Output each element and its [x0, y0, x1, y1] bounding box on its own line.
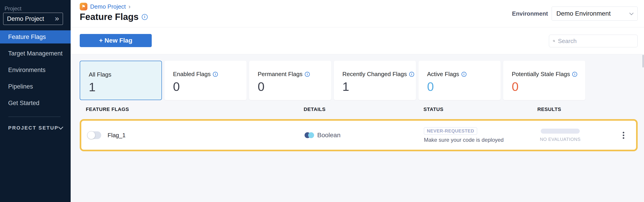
info-icon[interactable] — [462, 72, 466, 77]
project-selector[interactable]: Demo Project — [3, 13, 63, 25]
environment-select-value: Demo Environment — [556, 10, 630, 17]
sidebar-item-label: Pipelines — [8, 83, 33, 90]
project-setup-label: PROJECT SETUP — [8, 125, 58, 131]
chevron-down-icon — [58, 124, 64, 130]
search-box[interactable] — [549, 35, 638, 47]
table-row[interactable]: Flag_1 Boolean NEVER-REQUESTED Make sure… — [80, 119, 638, 151]
page-header: Demo Project Feature Flags Environment D… — [71, 0, 644, 28]
status-badge: NEVER-REQUESTED — [424, 127, 477, 135]
app-window: Project Demo Project Feature Flags Targe… — [0, 0, 644, 202]
row-options-menu-icon[interactable] — [621, 130, 626, 140]
metric-value: 0 — [427, 80, 501, 94]
metric-card-potentially-stale-flags[interactable]: Potentially Stale Flags 0 — [503, 61, 585, 100]
column-header-status: STATUS — [424, 106, 443, 112]
metric-value: 1 — [342, 80, 416, 94]
sidebar-item-environments[interactable]: Environments — [0, 64, 71, 76]
sidebar-item-label: Target Management — [8, 50, 62, 57]
page-title-row: Feature Flags — [80, 12, 148, 22]
table-header-row: FEATURE FLAGS DETAILS STATUS RESULTS — [80, 106, 638, 113]
page-title: Feature Flags — [80, 12, 138, 22]
sidebar-item-label: Feature Flags — [8, 34, 46, 40]
scrollbar-thumb[interactable] — [642, 55, 644, 68]
toggle-knob — [87, 131, 95, 139]
metric-value: 0 — [258, 80, 331, 94]
project-selector-value: Demo Project — [7, 16, 55, 22]
metric-cards: All Flags 1 Enabled Flags 0 Permanent Fl… — [80, 61, 585, 100]
sidebar-item-target-management[interactable]: Target Management — [0, 47, 71, 60]
info-icon[interactable] — [142, 14, 148, 20]
flag-type-label: Boolean — [317, 132, 340, 139]
evaluations-text: NO EVALUATIONS — [540, 137, 580, 142]
sidebar-item-label: Environments — [8, 66, 46, 74]
metric-label: Recently Changed Flags — [342, 71, 407, 78]
sidebar-item-label: Get Started — [8, 100, 40, 107]
sidebar-item-pipelines[interactable]: Pipelines — [0, 80, 71, 93]
info-icon[interactable] — [409, 72, 414, 77]
environment-label: Environment — [512, 10, 548, 17]
metric-label: All Flags — [89, 71, 112, 78]
boolean-type-icon — [304, 132, 314, 138]
environment-picker-area: Environment Demo Environment — [512, 6, 638, 20]
metric-value: 0 — [173, 80, 246, 94]
metric-value: 1 — [89, 80, 162, 94]
info-icon[interactable] — [305, 72, 310, 77]
metric-card-enabled-flags[interactable]: Enabled Flags 0 — [164, 61, 246, 100]
metric-card-recently-changed-flags[interactable]: Recently Changed Flags 1 — [334, 61, 416, 100]
status-message: Make sure your code is deployed — [424, 137, 504, 143]
main-content: All Flags 1 Enabled Flags 0 Permanent Fl… — [71, 54, 644, 202]
sidebar: Project Demo Project Feature Flags Targe… — [0, 0, 71, 202]
environment-select[interactable]: Demo Environment — [552, 6, 638, 20]
column-header-results: RESULTS — [537, 106, 561, 112]
column-header-details: DETAILS — [304, 106, 326, 112]
evaluations-bar — [541, 129, 580, 134]
flag-name[interactable]: Flag_1 — [108, 121, 126, 150]
info-icon[interactable] — [213, 72, 218, 77]
chevron-right-icon — [128, 3, 131, 10]
toolbar: + New Flag — [71, 28, 644, 54]
metric-label: Enabled Flags — [173, 71, 210, 78]
sidebar-item-feature-flags[interactable]: Feature Flags — [0, 30, 71, 44]
info-icon[interactable] — [572, 72, 577, 77]
new-flag-button[interactable]: + New Flag — [80, 34, 152, 47]
metric-label: Active Flags — [427, 71, 459, 78]
metric-card-all-flags[interactable]: All Flags 1 — [80, 61, 162, 100]
sidebar-item-get-started[interactable]: Get Started — [0, 96, 71, 110]
double-chevron-icon[interactable] — [55, 14, 59, 22]
flag-results-cell: NO EVALUATIONS — [539, 121, 582, 150]
search-icon — [553, 38, 555, 44]
search-input[interactable] — [558, 38, 634, 44]
metric-card-active-flags[interactable]: Active Flags 0 — [418, 61, 501, 100]
project-setup-section[interactable]: PROJECT SETUP — [8, 125, 62, 131]
flag-status-cell: NEVER-REQUESTED Make sure your code is d… — [424, 121, 504, 150]
project-label: Project — [4, 6, 22, 12]
feature-flags-logo-icon — [80, 3, 88, 10]
flag-details-cell: Boolean — [304, 121, 340, 150]
metric-value: 0 — [512, 80, 585, 94]
metric-label: Potentially Stale Flags — [512, 71, 570, 78]
sidebar-nav: Feature Flags Target Management Environm… — [0, 30, 71, 113]
breadcrumb-project-link[interactable]: Demo Project — [90, 3, 126, 10]
flag-toggle[interactable] — [87, 131, 101, 139]
metric-card-permanent-flags[interactable]: Permanent Flags 0 — [249, 61, 331, 100]
column-header-feature-flags: FEATURE FLAGS — [86, 106, 129, 112]
chevron-down-icon — [629, 11, 633, 15]
breadcrumb: Demo Project — [80, 3, 130, 10]
metric-label: Permanent Flags — [258, 71, 302, 78]
